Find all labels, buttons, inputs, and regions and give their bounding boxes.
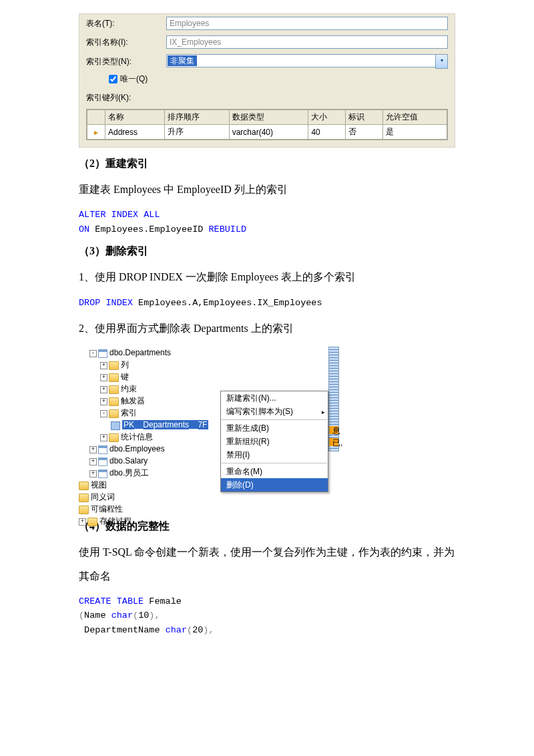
label-index-name: 索引名称(I): xyxy=(86,37,166,48)
col-sort[interactable]: 排序顺序 xyxy=(165,110,229,125)
field-table-name[interactable]: Employees xyxy=(166,17,448,30)
sql-rebuild: ALTER INDEX ALL ON Employees.EmployeeID … xyxy=(79,208,455,236)
tree-node-sproc[interactable]: +存储过程 xyxy=(79,515,326,527)
tree-node-columns[interactable]: +列 xyxy=(100,359,326,371)
field-index-name[interactable]: IX_Employees xyxy=(166,35,448,49)
label-index-cols: 索引键列(K): xyxy=(86,92,166,104)
label-table-name: 表名(T): xyxy=(86,18,166,29)
label-unique: 唯一(Q) xyxy=(120,73,148,85)
col-identity[interactable]: 标识 xyxy=(346,110,383,125)
cell-nullable: 是 xyxy=(382,125,447,140)
index-icon xyxy=(111,421,120,430)
object-explorer-screenshot: -dbo.Departments +列 +键 +约束 +触发器 -索引 PK__… xyxy=(79,347,346,510)
row-icon: ▸ xyxy=(87,125,105,140)
menu-rebuild[interactable]: 重新生成(B) xyxy=(221,421,328,435)
index-columns-table: 名称 排序顺序 数据类型 大小 标识 允许空值 ▸ Address 升序 var… xyxy=(86,109,448,140)
menu-delete[interactable]: 删除(D) xyxy=(221,478,328,492)
tree-node-programmability[interactable]: 可编程性 xyxy=(79,503,326,515)
text-ui-delete: 2、使用界面方式删除表 Departments 上的索引 xyxy=(79,317,455,340)
cell-sort: 升序 xyxy=(165,125,229,140)
table-row[interactable]: ▸ Address 升序 varchar(40) 40 否 是 xyxy=(87,125,447,140)
index-dialog: 表名(T): Employees 索引名称(I): IX_Employees 索… xyxy=(79,13,455,148)
text-drop-multi: 1、使用 DROP INDEX 一次删除 Employees 表上的多个索引 xyxy=(79,265,455,289)
heading-rebuild-index: （2）重建索引 xyxy=(79,157,455,171)
text-integrity-desc: 使用 T-SQL 命令创建一个新表，使用一个复合列作为主键，作为表的约束，并为其… xyxy=(79,540,455,587)
cell-name: Address xyxy=(105,125,165,140)
col-size[interactable]: 大小 xyxy=(308,110,346,125)
label-index-type: 索引类型(N): xyxy=(86,56,166,67)
sql-create-table: CREATE TABLE Female (Name char(10), Depa… xyxy=(79,594,455,638)
menu-disable[interactable]: 禁用(I) xyxy=(221,448,328,461)
col-nullable[interactable]: 允许空值 xyxy=(382,110,447,125)
col-type[interactable]: 数据类型 xyxy=(229,110,308,125)
tree-node-keys[interactable]: +键 xyxy=(100,371,326,383)
sql-drop: DROP INDEX Employees.A,Employees.IX_Empl… xyxy=(79,296,455,311)
checkbox-unique[interactable] xyxy=(109,75,117,83)
menu-new-index[interactable]: 新建索引(N)... xyxy=(221,391,328,405)
context-menu: 新建索引(N)... 编写索引脚本为(S)▸ 重新生成(B) 重新组织(R) 禁… xyxy=(220,391,328,492)
cell-size: 40 xyxy=(308,125,346,140)
side-text-1: 息 xyxy=(332,425,340,437)
text-rebuild-desc: 重建表 Employees 中 EmployeeID 列上的索引 xyxy=(79,178,455,201)
cell-identity: 否 xyxy=(346,125,383,140)
side-text-2: 已, xyxy=(332,437,342,449)
chevron-down-icon[interactable]: ▾ xyxy=(435,54,448,69)
chevron-right-icon: ▸ xyxy=(322,407,325,417)
menu-reorganize[interactable]: 重新组织(R) xyxy=(221,435,328,448)
menu-script-index[interactable]: 编写索引脚本为(S)▸ xyxy=(221,405,328,418)
cell-type: varchar(40) xyxy=(229,125,308,140)
tree-node-synonyms[interactable]: 同义词 xyxy=(79,491,326,503)
heading-delete-index: （3）删除索引 xyxy=(79,244,455,258)
menu-rename[interactable]: 重命名(M) xyxy=(221,465,328,478)
col-name[interactable]: 名称 xyxy=(105,110,165,125)
combo-index-type[interactable]: 非聚集 ▾ xyxy=(166,54,448,69)
